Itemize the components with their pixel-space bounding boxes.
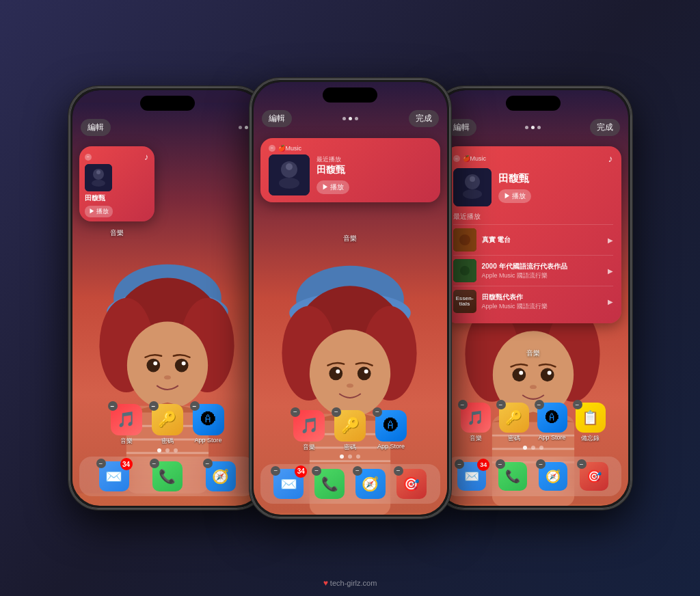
svg-point-50 (547, 370, 551, 375)
dot-active (340, 455, 344, 459)
delete-badge[interactable]: − (373, 407, 382, 417)
dock-safari-1[interactable]: 🧭 − (206, 461, 236, 491)
delete-badge[interactable]: − (312, 466, 321, 476)
list-info-3: 田馥甄代表作 Apple Music 國語流行樂 (482, 293, 602, 311)
dock-phone-3[interactable]: 📞 − (498, 462, 527, 491)
dot-active (157, 448, 161, 452)
music-widget-large[interactable]: − 🍎Music ♪ 田馥甄 (445, 146, 621, 323)
list-arrow-1: ▶ (608, 236, 613, 244)
icon-label-appstore-1: App Store (194, 437, 221, 444)
recently-played-label-3: 最近播放 (453, 212, 613, 221)
svg-point-19 (96, 170, 100, 174)
icon-wrap-appstore-2: 🅐 − App Store (375, 410, 407, 452)
icon-appstore-3[interactable]: 🅐 − (537, 403, 567, 433)
icon-passwords-2[interactable]: 🔑 − (334, 410, 366, 442)
widget-artist-large: 田馥甄 (498, 172, 532, 185)
widget-music-note-1: ♪ (144, 152, 149, 162)
svg-point-58 (463, 189, 482, 199)
svg-point-48 (540, 368, 554, 382)
list-item-1[interactable]: 真實 電台 ▶ (453, 224, 613, 255)
widget-medium-info: 最近播放 田馥甄 ▶ 播放 (317, 155, 432, 194)
dock-safari-3[interactable]: 🧭 − (539, 462, 567, 491)
widget-play-large[interactable]: ▶ 播放 (498, 189, 532, 203)
delete-badge[interactable]: − (150, 459, 159, 468)
mail-badge-2: 34 (295, 465, 307, 478)
delete-badge[interactable]: − (496, 459, 505, 469)
delete-badge[interactable]: − (535, 400, 544, 409)
dynamic-island-1 (140, 96, 195, 111)
done-button-2[interactable]: 完成 (409, 110, 439, 127)
icon-music-3[interactable]: 🎵 − (461, 403, 491, 433)
icon-passwords-1[interactable]: 🔑 − (152, 404, 183, 435)
icon-wrap-passwords-2: 🔑 − 密碼 (334, 410, 366, 452)
dock-phone-1[interactable]: 📞 − (152, 461, 183, 491)
icon-wrap-music-3: 🎵 − 音樂 (461, 403, 491, 443)
edit-button-2[interactable]: 編輯 (262, 110, 292, 127)
svg-point-7 (146, 359, 160, 372)
list-art-2 (453, 259, 476, 282)
phone-2-screen: 編輯 完成 − 🍎Music (254, 82, 447, 515)
widget-artist-medium: 田馥甄 (317, 164, 432, 176)
delete-badge[interactable]: − (149, 401, 159, 411)
large-widget-top-info: 田馥甄 ▶ 播放 (498, 172, 532, 203)
icon-notes-3[interactable]: 📋 − (576, 403, 606, 433)
page-dots-1 (72, 448, 262, 452)
mail-badge: 34 (120, 458, 133, 470)
delete-badge[interactable]: − (458, 400, 468, 409)
list-item-2[interactable]: 2000 年代國語流行代表作品 Apple Music 國語流行樂 ▶ (453, 255, 613, 286)
dock-mail-1[interactable]: ✉️ 34 − (99, 461, 129, 491)
dock-safari-2[interactable]: 🧭 − (355, 469, 386, 499)
widget-apple-music-label-2: 🍎Music (278, 145, 302, 152)
delete-badge[interactable]: − (96, 459, 106, 468)
delete-badge[interactable]: − (291, 407, 300, 417)
delete-badge[interactable]: − (394, 466, 403, 476)
svg-point-8 (174, 359, 188, 372)
music-widget-medium[interactable]: − 🍎Music 最近播放 田 (260, 138, 440, 202)
icon-music-2[interactable]: 🎵 − (293, 410, 325, 442)
top-bar-3: 編輯 完成 (438, 115, 628, 139)
dock-target-3[interactable]: 🎯 − (580, 462, 608, 491)
delete-badge[interactable]: − (271, 466, 280, 476)
phone-1: 編輯 − ♪ (68, 86, 267, 510)
icon-wrap-music-2: 🎵 − 音樂 (293, 410, 325, 452)
phone-2: 編輯 完成 − 🍎Music (250, 78, 451, 519)
dot (165, 448, 170, 452)
delete-badge[interactable]: − (108, 401, 118, 411)
watermark: ♥ tech-girlz.com (323, 578, 377, 588)
dock-3: ✉️ 34 − 📞 − 🧭 − 🎯 − (445, 457, 621, 496)
icon-wrap-appstore-3: 🅐 − App Store (537, 403, 567, 443)
page-dots-2 (254, 455, 447, 459)
widget-label-2: 音樂 (254, 234, 447, 243)
list-info-1: 真實 電台 (482, 235, 602, 245)
dock-mail-2[interactable]: ✉️ 34 − (273, 469, 304, 499)
delete-badge[interactable]: − (332, 407, 341, 417)
delete-badge[interactable]: − (190, 401, 200, 411)
icon-appstore-2[interactable]: 🅐 − (375, 410, 407, 442)
icon-passwords-3[interactable]: 🔑 − (499, 403, 529, 433)
svg-point-63 (460, 266, 470, 275)
icon-music-1[interactable]: 🎵 − (111, 404, 142, 435)
delete-badge[interactable]: − (353, 466, 362, 476)
list-art-3: Essen-tials (453, 290, 476, 313)
done-button-3[interactable]: 完成 (590, 119, 620, 136)
icon-wrap-passwords-1: 🔑 − 密碼 (152, 404, 183, 446)
delete-badge[interactable]: − (203, 459, 213, 468)
svg-point-38 (279, 178, 299, 189)
dot (356, 455, 360, 459)
icon-wrap-appstore-1: 🅐 − App Store (193, 404, 224, 446)
delete-badge[interactable]: − (573, 400, 582, 409)
widget-play-medium[interactable]: ▶ 播放 (317, 180, 350, 194)
dock-target-2[interactable]: 🎯 − (396, 469, 427, 499)
edit-button-1[interactable]: 編輯 (81, 119, 111, 136)
icon-wrap-passwords-3: 🔑 − 密碼 (499, 403, 529, 443)
icon-appstore-1[interactable]: 🅐 − (193, 404, 224, 435)
dock-phone-2[interactable]: 📞 − (314, 469, 345, 499)
dock-mail-3[interactable]: ✉️ 34 − (457, 462, 486, 491)
delete-badge[interactable]: − (577, 459, 587, 469)
delete-badge[interactable]: − (496, 400, 506, 409)
dot (174, 448, 178, 452)
list-item-3[interactable]: Essen-tials 田馥甄代表作 Apple Music 國語流行樂 ▶ (453, 286, 613, 316)
music-widget-small[interactable]: − ♪ 田馥甄 ▶ 播放 (79, 146, 154, 221)
svg-point-9 (153, 362, 157, 366)
widget-play-small[interactable]: ▶ 播放 (85, 206, 113, 217)
